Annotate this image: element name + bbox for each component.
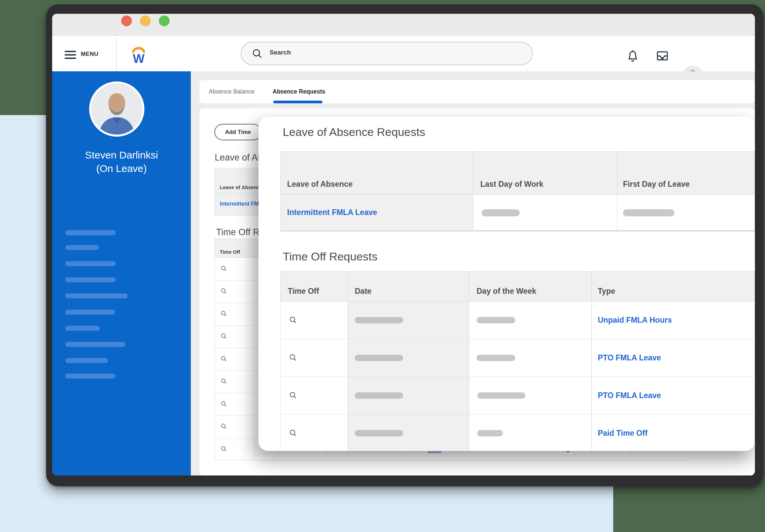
skeleton-pill (477, 430, 503, 436)
tab-absence-balance[interactable]: Absence Balance (209, 80, 254, 103)
tab-absence-balance-label: Absence Balance (209, 88, 254, 95)
overlay-timeoff-col-day: Day of the Week (477, 287, 536, 296)
timeoff-type-link[interactable]: PTO FMLA Leave (598, 353, 661, 362)
row-search-icon[interactable] (220, 287, 228, 295)
overlay-timeoff-col-date: Date (355, 287, 372, 296)
skeleton-pill (482, 209, 520, 216)
skeleton-line (65, 358, 108, 363)
overlay-timeoff-col-timeoff: Time Off (288, 287, 319, 296)
overlay-loa-link[interactable]: Intermittent FMLA Leave (287, 208, 377, 217)
absence-requests-overlay-card: Leave of Absence Requests Leave of Absen… (258, 117, 755, 451)
row-search-icon[interactable] (220, 400, 228, 408)
table-row: Intermittent FMLA Leave (280, 194, 755, 230)
employee-name: Steven Darlinksi (On Leave) (52, 148, 191, 175)
add-time-button[interactable]: Add Time (214, 124, 262, 140)
employee-photo-icon (91, 83, 142, 135)
timeoff-table-behind-header: Time Off (220, 249, 240, 255)
timeoff-type-link[interactable]: PTO FMLA Leave (598, 391, 661, 400)
skeleton-pill (355, 430, 403, 436)
table-row: PTO FMLA Leave (280, 339, 755, 377)
timeoff-type-link[interactable]: Paid Time Off (598, 429, 648, 438)
tab-absence-requests[interactable]: Absence Requests (273, 80, 325, 103)
window-titlebar (52, 14, 755, 36)
svg-text:W: W (133, 52, 145, 65)
skeleton-pill (355, 355, 403, 361)
skeleton-pill (477, 317, 515, 323)
notifications-button[interactable] (625, 48, 641, 64)
workday-logo[interactable]: W (131, 46, 147, 65)
clipped-link-fragment (427, 451, 442, 453)
overlay-loa-table: Leave of Absence Last Day of Work First … (280, 151, 755, 232)
skeleton-pill (355, 392, 403, 399)
row-search-icon[interactable] (220, 265, 228, 273)
active-tab-underline (273, 101, 322, 103)
table-row: Unpaid FMLA Hours (280, 302, 755, 339)
bell-icon (625, 48, 640, 64)
skeleton-line (65, 374, 115, 379)
inbox-tray-icon (654, 48, 670, 63)
skeleton-line (65, 310, 115, 315)
table-row: Paid Time Off (280, 415, 755, 451)
app-header: MENU W Search (52, 36, 755, 71)
skeleton-line (65, 277, 116, 282)
overlay-loa-col-lastday: Last Day of Work (480, 180, 543, 189)
tab-bar: Absence Balance Absence Requests (200, 80, 755, 103)
overlay-loa-title: Leave of Absence Requests (283, 126, 425, 139)
skeleton-line (65, 342, 125, 347)
row-search-icon[interactable] (220, 378, 228, 386)
browser-window: MENU W Search (46, 4, 763, 486)
row-search-icon[interactable] (220, 423, 228, 431)
employee-avatar (89, 81, 144, 137)
overlay-loa-col-firstday: First Day of Leave (623, 180, 690, 189)
profile-sidebar: Steven Darlinksi (On Leave) (52, 71, 191, 475)
traffic-light-close[interactable] (121, 15, 132, 26)
skeleton-pill (477, 355, 515, 361)
workday-logo-icon: W (131, 46, 147, 65)
skeleton-line (65, 293, 128, 298)
add-time-button-label: Add Time (225, 129, 251, 136)
skeleton-line (65, 245, 99, 250)
overlay-timeoff-title: Time Off Requests (283, 250, 378, 263)
search-placeholder: Search (270, 49, 291, 56)
hamburger-icon (65, 51, 76, 61)
traffic-light-minimize[interactable] (140, 15, 151, 26)
employee-name-line1: Steven Darlinksi (52, 148, 191, 162)
browser-chrome: MENU W Search (52, 14, 755, 475)
skeleton-line (65, 261, 116, 266)
skeleton-line (65, 230, 116, 235)
row-search-icon[interactable] (220, 445, 228, 453)
row-search-icon[interactable] (220, 310, 228, 318)
table-row: PTO FMLA Leave (280, 377, 755, 415)
overlay-timeoff-table: Time Off Date Day of the Week Type Unpai… (280, 271, 755, 451)
loa-table-behind-header: Leave of Absence (220, 184, 263, 190)
menu-button-label: MENU (81, 51, 98, 58)
inbox-button[interactable] (654, 48, 670, 64)
skeleton-pill (355, 317, 403, 323)
search-icon (251, 48, 263, 59)
row-search-icon[interactable] (288, 315, 299, 325)
overlay-timeoff-col-type: Type (598, 287, 615, 296)
skeleton-pill (477, 392, 525, 399)
overlay-loa-col-leave: Leave of Absence (287, 180, 353, 189)
row-search-icon[interactable] (288, 353, 299, 363)
skeleton-pill (623, 209, 674, 216)
menu-button[interactable]: MENU (65, 49, 115, 61)
row-search-icon[interactable] (220, 332, 228, 341)
skeleton-line (65, 326, 100, 331)
employee-status: (On Leave) (52, 162, 191, 175)
tab-absence-requests-label: Absence Requests (273, 88, 325, 95)
row-search-icon[interactable] (220, 355, 228, 363)
row-search-icon[interactable] (288, 391, 299, 401)
timeoff-type-link[interactable]: Unpaid FMLA Hours (598, 316, 672, 325)
traffic-light-zoom[interactable] (159, 15, 170, 26)
search-input[interactable]: Search (241, 42, 533, 65)
row-search-icon[interactable] (288, 428, 299, 438)
